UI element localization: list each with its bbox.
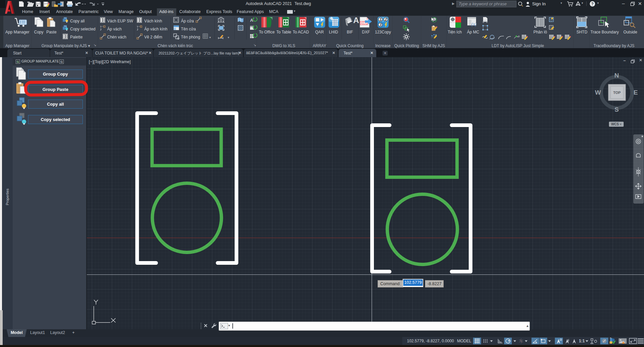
svg-text:E: E — [634, 89, 638, 96]
svg-text:?: ? — [591, 2, 594, 6]
svg-text:G: G — [60, 60, 63, 64]
svg-text:G: G — [17, 60, 19, 64]
svg-text:TOP: TOP — [613, 91, 621, 95]
svg-text:S: S — [615, 106, 619, 113]
svg-text:1: 1 — [380, 18, 382, 21]
svg-text:N: N — [614, 72, 619, 79]
svg-text:1:1: 1:1 — [579, 339, 585, 343]
svg-text:(x): (x) — [471, 22, 477, 27]
svg-text:A: A — [353, 16, 359, 25]
svg-text:W: W — [595, 89, 601, 96]
svg-text:2: 2 — [385, 18, 387, 21]
svg-text:3: 3 — [380, 23, 382, 27]
svg-text:A: A — [250, 18, 253, 23]
